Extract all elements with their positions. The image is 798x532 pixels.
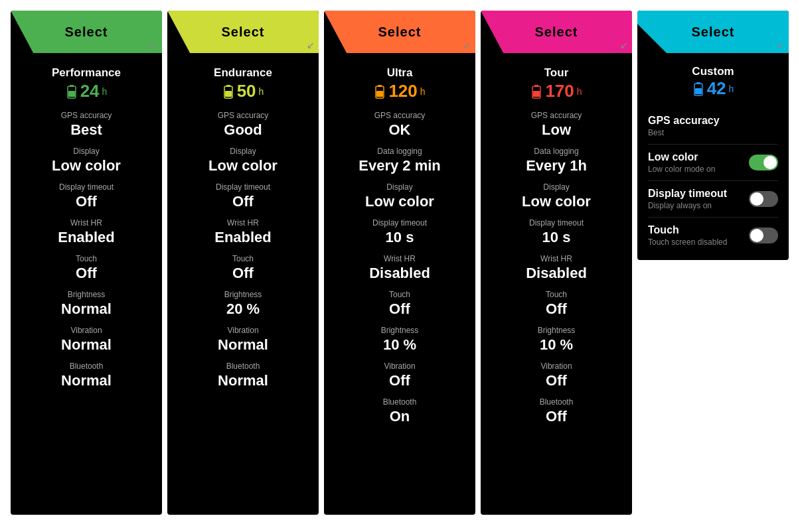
stat-label: Vibration xyxy=(335,362,465,371)
card-body: Tour 170 h GPS accuracy Low Data logging… xyxy=(481,53,632,515)
stat-label: GPS accuracy xyxy=(335,111,465,120)
stat-value: Off xyxy=(491,372,621,389)
header-label: Select xyxy=(222,25,265,40)
battery-hours: 24 xyxy=(80,81,100,101)
mode-battery: 42 h xyxy=(648,78,778,99)
stat-row: Touch Off xyxy=(178,254,308,282)
stat-row: Touch Off xyxy=(21,254,151,282)
stat-row: Brightness 10 % xyxy=(335,326,465,354)
stat-value: Every 2 min xyxy=(335,157,465,174)
stat-label: Brightness xyxy=(491,326,621,335)
card-header[interactable]: Select ↙ xyxy=(11,11,162,53)
corner-arrow-icon: ↙ xyxy=(777,40,785,50)
stat-label: Data logging xyxy=(491,147,621,156)
svg-rect-5 xyxy=(225,91,232,97)
setting-title: Display timeout xyxy=(648,188,727,200)
stat-row: GPS accuracy Good xyxy=(178,111,308,139)
stat-value: Normal xyxy=(21,300,151,318)
card-endurance: Select ↙ Endurance 50 h GPS accuracy Goo… xyxy=(167,11,319,515)
corner-arrow-icon: ↙ xyxy=(150,40,158,50)
setting-row: Touch Touch screen disabled xyxy=(648,224,778,247)
stat-value: Low color xyxy=(178,157,308,174)
stat-label: Display timeout xyxy=(335,218,465,228)
stat-label: Brightness xyxy=(335,326,465,335)
corner-arrow-icon: ↙ xyxy=(463,40,471,50)
stat-label: Vibration xyxy=(491,362,621,371)
setting-title: Touch xyxy=(648,224,727,236)
header-label: Select xyxy=(65,25,108,40)
stat-value: 20 % xyxy=(178,300,308,318)
stat-row: Touch Off xyxy=(335,290,465,318)
stat-row: Touch Off xyxy=(491,290,621,318)
stat-value: Off xyxy=(178,193,308,210)
stat-label: Touch xyxy=(491,290,621,299)
setting-subtitle: Display always on xyxy=(648,201,727,210)
corner-arrow-icon: ↙ xyxy=(620,40,628,50)
svg-rect-2 xyxy=(68,91,75,97)
stat-row: Wrist HR Disabled xyxy=(491,254,621,282)
stat-row: Display Low color xyxy=(335,182,465,210)
stat-row: Wrist HR Enabled xyxy=(21,218,151,246)
stat-row: Vibration Off xyxy=(335,362,465,389)
card-custom: Select ↙ Custom 42 h GPS accuracy Best xyxy=(637,11,789,260)
stat-label: Vibration xyxy=(21,326,151,335)
card-body: Endurance 50 h GPS accuracy Good Display… xyxy=(167,53,319,515)
stat-value: Disabled xyxy=(335,265,465,282)
card-header[interactable]: Select ↙ xyxy=(167,11,319,53)
setting-title: GPS accuracy xyxy=(648,115,720,127)
stat-value: Low color xyxy=(335,193,465,210)
mode-battery: 120 h xyxy=(335,81,465,101)
battery-hours: 120 xyxy=(388,81,417,101)
stat-value: Normal xyxy=(178,336,308,354)
setting-text: Display timeout Display always on xyxy=(648,188,727,210)
mode-battery: 24 h xyxy=(21,81,151,101)
stat-label: Bluetooth xyxy=(335,397,465,407)
stat-value: OK xyxy=(335,121,465,139)
stat-value: Off xyxy=(21,265,151,282)
settings-list: GPS accuracy Best Low color Low color mo… xyxy=(648,108,778,253)
svg-rect-4 xyxy=(226,85,230,87)
battery-unit: h xyxy=(102,86,108,97)
card-header[interactable]: Select ↙ xyxy=(481,11,632,53)
stat-value: Every 1h xyxy=(491,157,621,174)
stat-label: Display xyxy=(491,182,621,192)
toggle-off[interactable] xyxy=(749,228,778,243)
card-header[interactable]: Select ↙ xyxy=(324,11,475,53)
stat-row: Brightness 10 % xyxy=(491,326,621,354)
stat-value: Off xyxy=(21,193,151,210)
stat-label: Display timeout xyxy=(21,182,151,192)
stat-row: GPS accuracy Low xyxy=(491,111,621,139)
stat-row: Wrist HR Enabled xyxy=(178,218,308,246)
toggle-on[interactable] xyxy=(749,155,778,170)
setting-row: Low color Low color mode on xyxy=(648,151,778,174)
stat-row: Bluetooth Normal xyxy=(21,362,151,389)
mode-name: Tour xyxy=(491,66,621,80)
card-body: Performance 24 h GPS accuracy Best Displ… xyxy=(11,53,162,515)
toggle-off[interactable] xyxy=(749,191,778,207)
stat-label: Display xyxy=(21,147,151,156)
stat-label: Brightness xyxy=(21,290,151,299)
setting-title: Low color xyxy=(648,151,715,163)
battery-unit: h xyxy=(420,86,426,97)
stat-value: Off xyxy=(178,265,308,282)
battery-unit: h xyxy=(577,86,582,97)
stat-value: Low color xyxy=(21,157,151,174)
setting-subtitle: Low color mode on xyxy=(648,165,715,174)
stat-row: Bluetooth Off xyxy=(491,397,621,425)
stat-value: Off xyxy=(491,408,621,425)
svg-rect-10 xyxy=(534,85,538,87)
stat-row: Display Low color xyxy=(21,147,151,174)
stat-row: Bluetooth Normal xyxy=(178,362,308,389)
card-header[interactable]: Select ↙ xyxy=(637,11,789,53)
stat-value: Good xyxy=(178,121,308,139)
stat-row: Display timeout Off xyxy=(21,182,151,210)
stat-label: Bluetooth xyxy=(178,362,308,371)
stat-row: Vibration Normal xyxy=(178,326,308,354)
stat-value: 10 s xyxy=(335,229,465,246)
battery-hours: 170 xyxy=(545,81,574,101)
stat-value: Best xyxy=(21,121,151,139)
stat-label: Display timeout xyxy=(491,218,621,228)
stat-label: Display xyxy=(335,182,465,192)
stat-label: Display timeout xyxy=(178,182,308,192)
stat-value: 10 s xyxy=(491,229,621,246)
